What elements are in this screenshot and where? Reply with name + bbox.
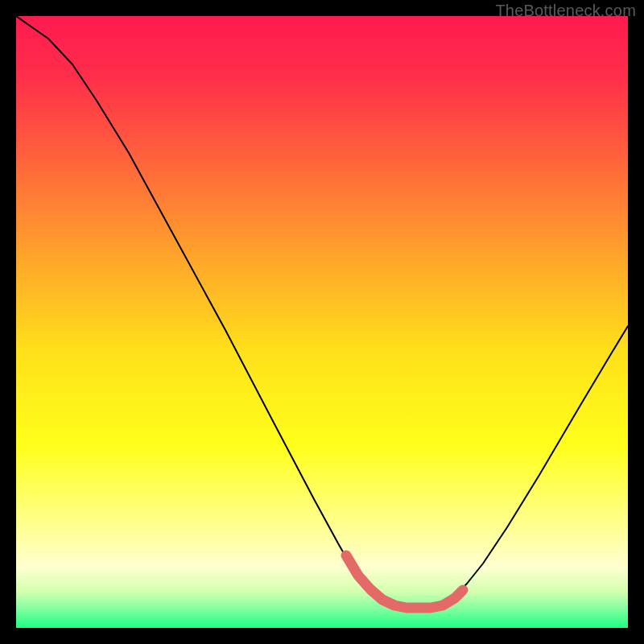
bottleneck-curve: [16, 16, 628, 608]
chart-stage: TheBottleneck.com: [0, 0, 644, 644]
watermark-text: TheBottleneck.com: [495, 2, 636, 20]
plot-area: [16, 16, 628, 628]
optimal-zone-highlight: [346, 555, 463, 608]
curve-layer: [16, 16, 628, 628]
